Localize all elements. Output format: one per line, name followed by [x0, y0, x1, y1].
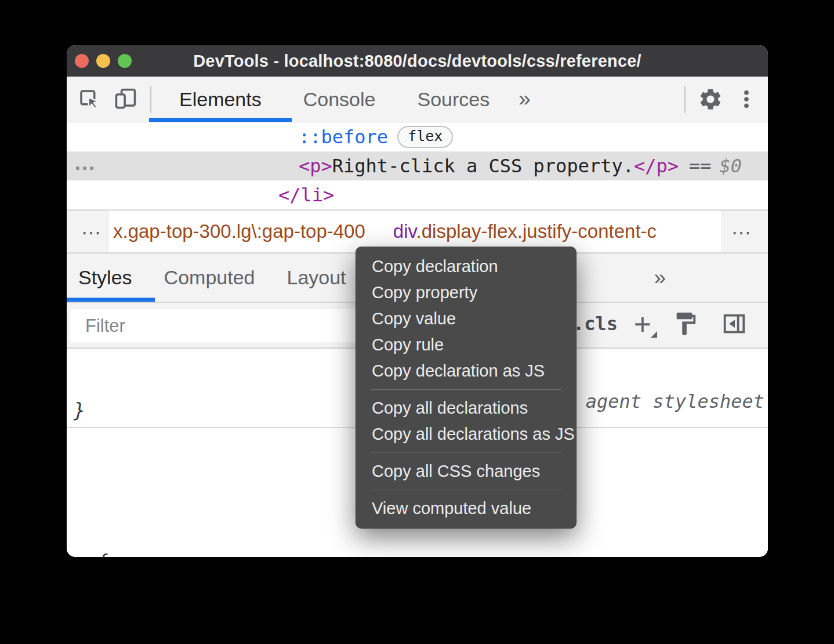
menu-item-copy-rule[interactable]: Copy rule	[356, 332, 576, 358]
dom-node-li-close[interactable]: </li>	[67, 180, 768, 209]
css-selector-line[interactable]: p {	[74, 548, 768, 557]
toggle-sidebar-button[interactable]	[721, 310, 748, 339]
inspect-element-button[interactable]	[71, 82, 107, 116]
screenshot-root: DevTools - localhost:8080/docs/devtools/…	[0, 0, 834, 644]
breadcrumb-overflow-left[interactable]: …	[81, 215, 103, 240]
tab-console[interactable]: Console	[282, 77, 397, 122]
breadcrumb-div-tag: div	[393, 220, 416, 242]
toggle-device-toolbar-button[interactable]	[107, 82, 143, 116]
rendering-emulation-button[interactable]	[672, 310, 699, 339]
p-close-tag: </p>	[634, 155, 679, 177]
menu-item-copy-value[interactable]: Copy value	[356, 306, 576, 332]
css-open-brace: {	[97, 551, 108, 557]
kebab-menu-icon	[735, 88, 758, 111]
context-menu: Copy declaration Copy property Copy valu…	[356, 247, 576, 529]
paintbrush-icon	[672, 310, 699, 337]
pseudo-element-label: ::before	[299, 126, 388, 148]
toolbar-divider-right	[684, 86, 686, 113]
toolbar-divider	[150, 86, 151, 113]
menu-item-copy-declaration[interactable]: Copy declaration	[356, 254, 576, 280]
menu-item-view-computed-value[interactable]: View computed value	[356, 495, 576, 522]
equals-sign: ==	[689, 155, 712, 177]
tab-elements[interactable]: Elements	[158, 77, 282, 122]
dollar-zero-ref: $0	[720, 155, 742, 177]
dom-node-p-selected[interactable]: … <p>Right-click a CSS property.</p> == …	[67, 151, 768, 180]
p-open-tag: <p>	[299, 155, 332, 177]
kebab-menu-button[interactable]	[728, 82, 764, 116]
sidebar-toggle-icon	[721, 310, 748, 337]
menu-divider	[371, 389, 561, 390]
titlebar: DevTools - localhost:8080/docs/devtools/…	[67, 45, 768, 77]
new-style-rule-button[interactable]: +	[623, 304, 662, 345]
tab-sources[interactable]: Sources	[396, 77, 510, 122]
inspect-icon	[77, 87, 101, 111]
menu-item-copy-all-css-changes[interactable]: Copy all CSS changes	[356, 458, 576, 484]
panel-tabs: Elements Console Sources »	[158, 77, 534, 122]
main-toolbar: Elements Console Sources »	[67, 77, 768, 122]
device-toolbar-icon	[113, 86, 138, 112]
menu-divider	[371, 490, 561, 490]
gear-icon	[698, 86, 723, 112]
dom-overflow-dots: …	[74, 150, 98, 175]
menu-item-copy-property[interactable]: Copy property	[356, 280, 576, 306]
elements-dom-tree: ::before flex … <p>Right-click a CSS pro…	[67, 122, 768, 209]
tab-computed[interactable]: Computed	[164, 254, 255, 302]
breadcrumb-item-gap[interactable]: x.gap-top-300.lg\:gap-top-400	[113, 220, 365, 243]
li-close-tag: </li>	[278, 184, 334, 206]
tab-styles[interactable]: Styles	[78, 254, 132, 302]
breadcrumb-item-div[interactable]: div.display-flex.justify-content-c	[393, 220, 657, 243]
menu-item-copy-all-declarations-as-js[interactable]: Copy all declarations as JS	[356, 421, 576, 447]
menu-divider	[371, 453, 561, 453]
more-panels-button[interactable]: »	[515, 87, 534, 111]
plus-dropdown-corner	[651, 331, 657, 338]
menu-item-copy-declaration-as-js[interactable]: Copy declaration as JS	[356, 358, 576, 384]
p-text: Right-click a CSS property.	[332, 155, 634, 177]
breadcrumb-div-classes: .display-flex.justify-content-c	[416, 220, 657, 242]
menu-item-copy-all-declarations[interactable]: Copy all declarations	[356, 395, 576, 421]
tab-layout[interactable]: Layout	[287, 254, 346, 302]
dom-node-before[interactable]: ::before flex	[67, 122, 768, 151]
css-selector: p	[74, 551, 85, 557]
settings-button[interactable]	[692, 82, 728, 116]
element-classes-button[interactable]: .cls	[573, 303, 618, 345]
flex-badge[interactable]: flex	[397, 126, 453, 148]
breadcrumb-overflow-right[interactable]: …	[731, 215, 753, 240]
more-sidebar-tabs-button[interactable]: »	[654, 254, 666, 302]
plus-icon: +	[634, 307, 651, 342]
window-title: DevTools - localhost:8080/docs/devtools/…	[67, 52, 768, 71]
